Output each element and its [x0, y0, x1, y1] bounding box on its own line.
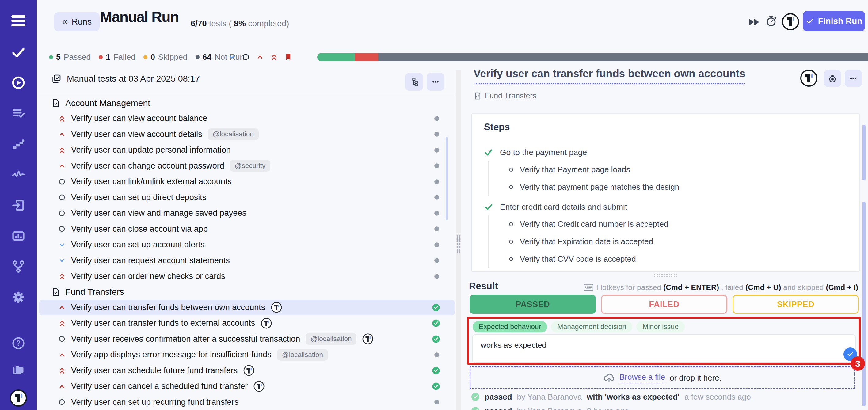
circle-icon[interactable]	[242, 53, 250, 61]
test-title: Verify user can set up recurring fund tr…	[71, 398, 239, 407]
file-dropzone[interactable]: Browse a file or drop it here.	[470, 367, 855, 389]
run-title-row: Manual tests at 03 Apr 2025 08:17	[52, 73, 200, 84]
test-row[interactable]: Verify user can cancel a scheduled fund …	[39, 378, 455, 395]
step-row[interactable]: Enter credit card details and submit	[484, 198, 847, 215]
projects-folders-icon[interactable]	[12, 363, 25, 376]
app-logo-icon[interactable]	[781, 13, 799, 31]
circle-icon	[58, 209, 66, 218]
chevrons-up-icon	[58, 272, 66, 281]
panel-resize-divider[interactable]	[456, 70, 461, 410]
step-label: Go to the payment page	[500, 148, 587, 157]
test-row[interactable]: Verify user can view and manage saved pa…	[39, 205, 455, 221]
step-check-row[interactable]: Verify that Payment page loads	[489, 161, 847, 178]
step-check-label: Verify that CVV code is accepted	[520, 254, 636, 264]
test-row[interactable]: Verify user can view account details@loc…	[39, 127, 455, 143]
test-plans-icon[interactable]	[12, 107, 25, 120]
test-row[interactable]: Verify user can set up direct deposits	[39, 190, 455, 206]
skipped-button[interactable]: SKIPPED	[733, 295, 859, 314]
test-row[interactable]: Verify user can request account statemen…	[39, 253, 455, 269]
browse-file-link[interactable]: Browse a file	[619, 372, 665, 383]
help-icon[interactable]: ?	[12, 337, 25, 350]
test-row[interactable]: Verify app displays error message for in…	[39, 347, 455, 363]
test-title: Verify user can view and manage saved pa…	[71, 209, 246, 218]
bookmark-icon[interactable]	[284, 53, 292, 61]
passed-button[interactable]: PASSED	[470, 295, 596, 314]
step-group: Enter credit card details and submitVeri…	[484, 198, 847, 268]
git-branch-icon[interactable]	[12, 260, 25, 273]
tests-check-icon[interactable]	[12, 45, 25, 59]
comment-tag-selected[interactable]: Expected behaviour	[473, 321, 547, 333]
tree-icon	[409, 77, 419, 86]
ellipsis-icon	[431, 77, 440, 86]
failed-button[interactable]: FAILED	[601, 295, 727, 314]
steps-list: Go to the payment pageVerify that Paymen…	[484, 144, 847, 268]
settings-gear-icon[interactable]	[12, 290, 25, 304]
suite-section-header[interactable]: Account Management	[39, 95, 455, 111]
history-author: by Yana Baranova	[517, 406, 582, 410]
hotkey-text: Hotkeys for passed	[597, 283, 661, 292]
test-row[interactable]: Verify user can transfer funds to extern…	[39, 315, 455, 331]
test-row[interactable]: Verify user can schedule future fund tra…	[39, 363, 455, 379]
comment-tag-option[interactable]: Minor issue	[636, 321, 685, 333]
comment-tag-option[interactable]: Management decision	[551, 321, 632, 333]
chevron-up-icon[interactable]	[256, 53, 264, 61]
milestones-stairs-icon[interactable]	[12, 137, 25, 151]
step-check-row[interactable]: Verify that payment page matches the des…	[489, 178, 847, 196]
step-check-row[interactable]: Verify that Expiration date is accepted	[489, 233, 847, 250]
circle-icon	[509, 222, 513, 226]
brand-logo-icon	[9, 389, 27, 407]
list-scrollbar[interactable]	[446, 137, 448, 220]
page-title: Manual Run	[100, 8, 179, 25]
menu-icon[interactable]	[11, 15, 25, 26]
steps-scrollbar[interactable]	[862, 125, 866, 181]
run-more-button[interactable]	[427, 73, 444, 91]
test-row[interactable]: Verify user can order new checks or card…	[39, 269, 455, 284]
step-check-row[interactable]: Verify that CVV code is accepted	[489, 250, 847, 268]
pulse-activity-icon[interactable]	[12, 168, 25, 181]
fast-forward-icon[interactable]	[748, 16, 760, 28]
step-check-row[interactable]: Verify that Credit card number is accept…	[489, 215, 847, 233]
test-row[interactable]: Verify user can transfer funds between o…	[39, 300, 455, 316]
stat-dot-icon	[49, 55, 53, 59]
stat-dot-icon	[195, 55, 199, 59]
test-row[interactable]: Verify user can link/unlink external acc…	[39, 174, 455, 190]
drag-handle-icon[interactable]	[457, 234, 460, 253]
section-resize-handle[interactable]	[653, 274, 677, 277]
finish-run-button[interactable]: Finish Run	[803, 11, 865, 31]
test-row[interactable]: Verify user can change account password@…	[39, 158, 455, 174]
test-row[interactable]: Verify user can set up recurring fund tr…	[39, 395, 455, 410]
chevrons-up-icon[interactable]	[270, 53, 278, 61]
test-source-logo-icon[interactable]	[800, 69, 818, 87]
circle-icon	[58, 178, 66, 186]
dropzone-hint: or drop it here.	[670, 373, 721, 383]
hotkey-text: (Cmd + ENTER)	[663, 283, 719, 292]
sign-in-icon[interactable]	[12, 198, 25, 212]
comment-input[interactable]	[472, 334, 856, 363]
stopwatch-icon[interactable]	[765, 15, 777, 27]
test-row[interactable]: Verify user can close account via app	[39, 221, 455, 237]
test-title: Verify user can change account password	[71, 161, 224, 171]
test-more-button[interactable]	[845, 70, 862, 87]
test-title: Verify user can transfer funds between o…	[71, 303, 265, 312]
circle-icon	[509, 168, 513, 171]
back-to-runs-button[interactable]: « Runs	[54, 12, 100, 31]
test-title: Verify user can view account balance	[71, 114, 207, 123]
runs-play-circle-icon[interactable]	[12, 76, 25, 90]
step-check-label: Verify that Payment page loads	[520, 165, 630, 175]
suite-section-header[interactable]: Fund Transfers	[39, 284, 455, 300]
svg-text:?: ?	[16, 339, 21, 347]
suite-breadcrumb[interactable]: Fund Transfers	[473, 91, 536, 100]
test-row[interactable]: Verify user can update personal informat…	[39, 142, 455, 158]
test-row[interactable]: Verify user can view account balance	[39, 111, 455, 127]
status-notrun-icon	[433, 194, 440, 201]
tree-view-button[interactable]	[405, 73, 423, 91]
step-row[interactable]: Go to the payment page	[484, 144, 847, 161]
reports-bar-chart-icon[interactable]	[12, 229, 25, 243]
test-row[interactable]: Verify user receives confirmation after …	[39, 331, 455, 347]
test-row[interactable]: Verify user can set up account alerts	[39, 237, 455, 253]
stats-bar: 5Passed1Failed0Skipped64Not Run	[49, 52, 244, 62]
test-timer-button[interactable]	[824, 70, 841, 87]
status-passed-icon	[471, 407, 480, 410]
panel-scrollbar[interactable]	[862, 201, 866, 406]
chevron-down-icon[interactable]	[227, 53, 236, 61]
